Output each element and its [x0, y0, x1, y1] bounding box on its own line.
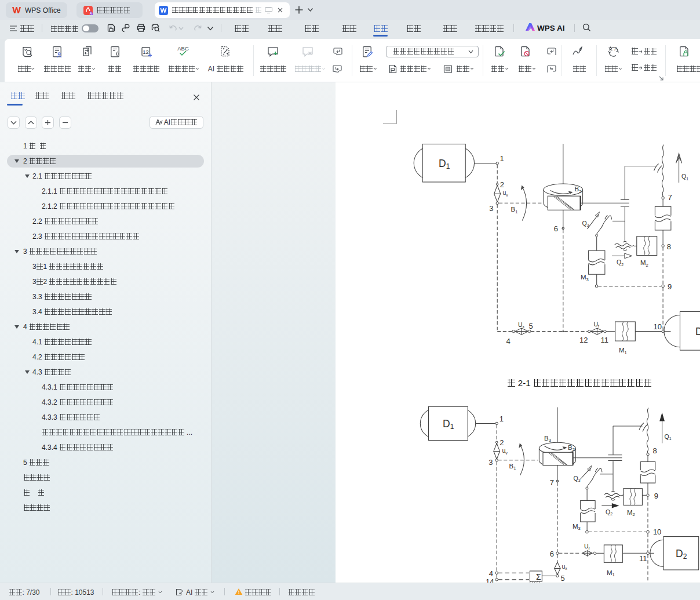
svg-text:Uf: Uf	[594, 321, 600, 329]
svg-text:12: 12	[579, 336, 588, 344]
svg-text:M3: M3	[581, 274, 589, 282]
svg-text:10: 10	[654, 322, 662, 331]
svg-text:M1: M1	[607, 569, 615, 578]
svg-text:ux: ux	[562, 563, 568, 571]
svg-text:4: 4	[506, 337, 511, 346]
svg-text:11: 11	[639, 554, 647, 563]
svg-text:M2: M2	[627, 509, 635, 518]
svg-text:6: 6	[554, 224, 558, 233]
svg-text:uv: uv	[503, 189, 509, 197]
svg-text:Σ: Σ	[536, 572, 541, 581]
svg-text:M2: M2	[640, 259, 648, 268]
svg-text:14: 14	[486, 577, 494, 583]
svg-text:4: 4	[489, 569, 493, 578]
svg-text:6: 6	[550, 550, 554, 558]
svg-text:2: 2	[500, 438, 504, 447]
svg-text:AI: AI	[90, 12, 92, 14]
svg-text:Q3: Q3	[582, 220, 589, 228]
svg-text:Q3: Q3	[574, 475, 581, 483]
svg-text:B3: B3	[544, 435, 551, 443]
svg-text:12: 12	[143, 49, 149, 55]
svg-text:Uf: Uf	[584, 543, 590, 551]
svg-text:M3: M3	[573, 523, 581, 532]
svg-text:B1: B1	[511, 206, 518, 214]
svg-text:A: A	[614, 46, 618, 52]
svg-text:1: 1	[500, 154, 504, 163]
svg-text:9: 9	[668, 282, 672, 291]
svg-text:3: 3	[489, 204, 493, 213]
svg-text:1: 1	[500, 414, 504, 423]
svg-text:Q2: Q2	[617, 259, 624, 267]
svg-text:3: 3	[488, 458, 493, 467]
svg-text:5: 5	[561, 574, 565, 583]
svg-text:8: 8	[653, 446, 657, 455]
svg-text:D2: D2	[695, 326, 700, 339]
svg-text:9: 9	[654, 492, 658, 500]
svg-text:7: 7	[550, 478, 554, 487]
svg-text:10: 10	[653, 528, 661, 536]
svg-text:B1: B1	[509, 463, 516, 471]
svg-text:5: 5	[529, 322, 533, 330]
svg-text:uv: uv	[502, 447, 508, 455]
svg-text:Ux: Ux	[518, 321, 525, 329]
svg-text:Q1: Q1	[665, 433, 672, 441]
svg-text:Q2: Q2	[606, 508, 612, 517]
svg-text:2: 2	[500, 180, 504, 189]
svg-text:8: 8	[667, 242, 671, 251]
svg-text:7: 7	[668, 193, 672, 202]
svg-text:ABC: ABC	[177, 45, 189, 52]
svg-text:11: 11	[601, 336, 609, 344]
svg-text:M1: M1	[619, 347, 627, 355]
svg-text:Q1: Q1	[681, 173, 688, 181]
